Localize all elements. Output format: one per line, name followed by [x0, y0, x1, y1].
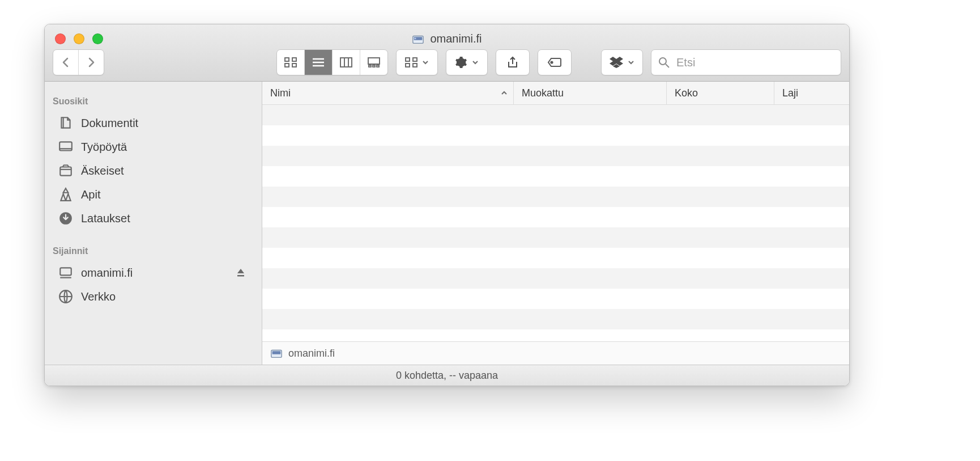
svg-rect-7 — [292, 64, 296, 67]
sidebar-item-desktop[interactable]: Työpöytä — [45, 135, 262, 159]
svg-line-24 — [666, 64, 669, 67]
icon-view-button[interactable] — [277, 50, 305, 75]
sidebar-item-label: Äskeiset — [81, 164, 124, 177]
back-button[interactable] — [53, 50, 79, 75]
empty-row — [262, 125, 849, 146]
svg-rect-18 — [406, 58, 410, 61]
column-name-label: Nimi — [270, 87, 291, 99]
empty-row — [262, 187, 849, 207]
svg-rect-27 — [60, 167, 71, 176]
sidebar-item-server[interactable]: omanimi.fi — [45, 261, 262, 285]
empty-row — [262, 289, 849, 309]
empty-row — [262, 248, 849, 268]
column-view-button[interactable] — [333, 50, 360, 75]
action-button[interactable] — [446, 49, 488, 75]
svg-rect-6 — [285, 64, 289, 67]
toolbar — [53, 49, 841, 75]
search-input[interactable] — [675, 56, 834, 70]
sidebar-item-label: Apit — [81, 188, 100, 201]
sidebar-item-label: omanimi.fi — [81, 267, 133, 280]
file-list-pane: Nimi Muokattu Koko Laji — [262, 82, 849, 365]
recents-icon — [58, 163, 73, 178]
view-switcher — [276, 49, 388, 75]
svg-rect-14 — [368, 58, 380, 64]
svg-rect-29 — [60, 268, 71, 275]
search-field[interactable] — [651, 49, 841, 75]
chevron-down-icon — [628, 59, 634, 66]
path-bar[interactable]: omanimi.fi — [262, 341, 849, 365]
svg-rect-33 — [272, 351, 281, 354]
server-icon — [412, 33, 424, 45]
svg-point-23 — [659, 58, 666, 65]
sidebar-item-label: Lataukset — [81, 212, 130, 225]
empty-row — [262, 166, 849, 187]
downloads-icon — [58, 211, 73, 226]
gear-icon — [455, 56, 467, 69]
window-title: omanimi.fi — [45, 32, 849, 45]
share-button[interactable] — [496, 49, 530, 75]
empty-row — [262, 146, 849, 166]
sidebar-item-label: Verkko — [81, 290, 116, 303]
gallery-view-button[interactable] — [360, 50, 387, 75]
nav-buttons — [53, 49, 104, 75]
sidebar: Suosikit Dokumentit Työpöytä Äskeiset Ap… — [45, 82, 262, 365]
share-icon — [507, 56, 518, 69]
path-bar-text: omanimi.fi — [288, 348, 335, 360]
sidebar-item-recents[interactable]: Äskeiset — [45, 159, 262, 183]
forward-button[interactable] — [79, 50, 104, 75]
documents-icon — [58, 116, 73, 130]
svg-rect-2 — [415, 37, 416, 38]
dropbox-icon — [610, 57, 623, 68]
sidebar-section-locations: Sijainnit — [45, 242, 262, 261]
empty-row — [262, 227, 849, 248]
svg-rect-21 — [413, 64, 417, 67]
empty-row — [262, 105, 849, 125]
status-text: 0 kohdetta, -- vapaana — [396, 370, 498, 382]
column-name[interactable]: Nimi — [262, 82, 514, 104]
chevron-down-icon — [472, 59, 479, 66]
svg-rect-19 — [413, 58, 417, 61]
svg-rect-17 — [377, 65, 379, 67]
column-headers: Nimi Muokattu Koko Laji — [262, 82, 849, 105]
svg-point-22 — [551, 61, 552, 63]
computer-icon — [58, 265, 73, 280]
sidebar-item-label: Työpöytä — [81, 141, 127, 154]
window-title-text: omanimi.fi — [430, 32, 482, 45]
apps-icon — [58, 187, 73, 202]
sidebar-item-documents[interactable]: Dokumentit — [45, 111, 262, 135]
eject-icon[interactable] — [236, 268, 246, 278]
status-bar: 0 kohdetta, -- vapaana — [45, 365, 849, 386]
sidebar-section-favorites: Suosikit — [45, 92, 262, 111]
group-icon — [405, 57, 417, 67]
svg-rect-5 — [292, 58, 296, 61]
sidebar-item-network[interactable]: Verkko — [45, 285, 262, 308]
file-rows — [262, 105, 849, 341]
svg-rect-16 — [373, 65, 375, 67]
column-kind[interactable]: Laji — [774, 82, 849, 104]
finder-window: omanimi.fi — [44, 24, 850, 386]
server-icon — [270, 347, 283, 360]
sidebar-item-downloads[interactable]: Lataukset — [45, 206, 262, 230]
column-modified[interactable]: Muokattu — [514, 82, 667, 104]
titlebar: omanimi.fi — [45, 24, 849, 82]
group-by-button[interactable] — [396, 49, 438, 75]
list-view-button[interactable] — [305, 50, 333, 75]
column-size[interactable]: Koko — [667, 82, 774, 104]
svg-rect-20 — [406, 64, 410, 67]
empty-row — [262, 207, 849, 227]
dropbox-button[interactable] — [601, 49, 643, 75]
empty-row — [262, 268, 849, 289]
svg-rect-3 — [415, 39, 416, 39]
sort-asc-icon — [501, 90, 508, 96]
sidebar-item-apps[interactable]: Apit — [45, 183, 262, 206]
tag-icon — [547, 57, 562, 67]
network-icon — [58, 289, 73, 304]
tags-button[interactable] — [538, 49, 572, 75]
search-icon — [658, 57, 670, 68]
svg-rect-15 — [369, 65, 371, 67]
empty-row — [262, 309, 849, 329]
svg-rect-4 — [285, 58, 289, 61]
chevron-down-icon — [422, 59, 429, 66]
sidebar-item-label: Dokumentit — [81, 117, 138, 130]
desktop-icon — [58, 139, 73, 154]
